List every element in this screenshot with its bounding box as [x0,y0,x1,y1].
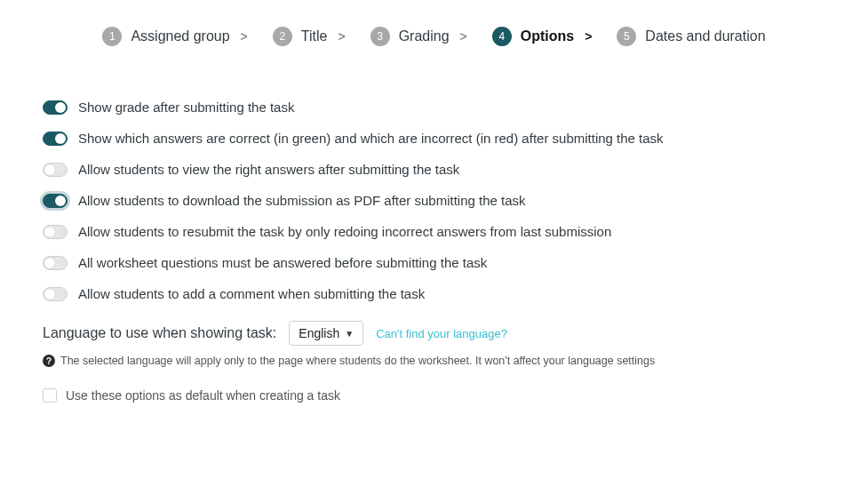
defaults-label: Use these options as default when creati… [66,388,340,403]
option-download-pdf: Allow students to download the submissio… [43,193,825,208]
toggle-knob [44,289,55,299]
chevron-right-icon: > [241,29,248,44]
option-label: Show grade after submitting the task [78,100,294,115]
option-must-answer-all: All worksheet questions must be answered… [43,255,825,270]
chevron-right-icon: > [460,29,467,44]
defaults-checkbox[interactable] [43,388,57,403]
toggle-knob [44,258,55,268]
toggle-download-pdf[interactable] [43,194,68,208]
toggle-knob [55,196,66,206]
language-label: Language to use when showing task: [43,325,276,341]
defaults-row: Use these options as default when creati… [43,388,825,403]
option-show-grade: Show grade after submitting the task [43,100,825,115]
toggle-must-answer-all[interactable] [43,256,68,270]
chevron-right-icon: > [585,29,592,44]
toggle-resubmit[interactable] [43,225,68,239]
step-assigned-group[interactable]: 1Assigned group> [102,27,247,46]
option-label: Show which answers are correct (in green… [78,131,664,146]
language-row: Language to use when showing task: Engli… [43,321,825,346]
toggle-add-comment[interactable] [43,287,68,301]
option-view-right: Allow students to view the right answers… [43,162,825,177]
chevron-right-icon: > [338,29,345,44]
option-add-comment: Allow students to add a comment when sub… [43,286,825,301]
step-number: 4 [492,27,512,46]
options-panel: Show grade after submitting the taskShow… [0,82,868,403]
step-grading[interactable]: 3Grading> [370,27,467,46]
option-resubmit: Allow students to resubmit the task by o… [43,224,825,239]
toggle-knob [55,102,66,113]
step-label: Grading [399,28,450,44]
option-label: All worksheet questions must be answered… [78,255,487,270]
step-label: Options [521,28,574,44]
option-label: Allow students to download the submissio… [78,193,526,208]
option-label: Allow students to view the right answers… [78,162,459,177]
toggle-knob [44,227,55,237]
option-show-correct: Show which answers are correct (in green… [43,131,825,146]
step-label: Title [301,28,328,44]
toggle-show-grade[interactable] [43,100,68,115]
toggle-knob [55,133,66,144]
option-label: Allow students to resubmit the task by o… [78,224,611,239]
language-help-link[interactable]: Can't find your language? [376,327,507,340]
step-number: 5 [617,27,636,46]
step-number: 3 [370,27,390,46]
language-select[interactable]: English ▼ [289,321,363,346]
step-options[interactable]: 4Options> [492,27,593,46]
step-label: Dates and duration [645,28,765,44]
step-number: 2 [273,27,292,46]
step-number: 1 [102,27,122,46]
toggle-view-right[interactable] [43,163,68,177]
stepper: 1Assigned group>2Title>3Grading>4Options… [0,0,868,82]
language-selected: English [299,326,339,340]
option-label: Allow students to add a comment when sub… [78,286,425,301]
chevron-down-icon: ▼ [345,329,354,339]
toggle-knob [44,164,55,175]
info-icon: ? [43,355,55,367]
hint-text: The selected language will apply only to… [60,355,655,367]
language-hint: ? The selected language will apply only … [43,355,825,367]
step-title[interactable]: 2Title> [273,27,346,46]
step-label: Assigned group [131,28,229,44]
toggle-show-correct[interactable] [43,132,68,146]
step-dates-and-duration[interactable]: 5Dates and duration [617,27,765,46]
